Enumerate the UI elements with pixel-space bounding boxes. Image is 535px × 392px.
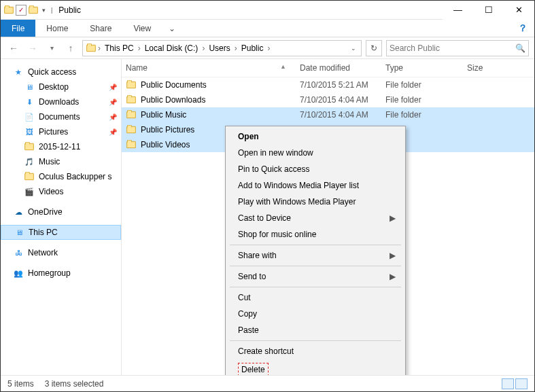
crumb-disk[interactable]: Local Disk (C:): [142, 43, 201, 53]
path-folder-icon: [86, 43, 97, 54]
column-date[interactable]: Date modified: [300, 63, 385, 73]
file-row[interactable]: Public Downloads7/10/2015 4:04 AMFile fo…: [122, 92, 534, 107]
tab-home[interactable]: Home: [35, 20, 79, 37]
details-view-button[interactable]: [502, 378, 514, 389]
menu-item-copy[interactable]: Copy: [227, 306, 404, 322]
menu-item-label: Add to Windows Media Player list: [238, 181, 359, 190]
sidebar-label: Quick access: [28, 67, 76, 77]
sidebar-this-pc[interactable]: 🖥This PC: [1, 225, 121, 240]
videos-icon: 🎬: [24, 186, 35, 197]
sidebar-pictures[interactable]: 🖼Pictures📌: [1, 124, 121, 139]
pin-icon: 📌: [109, 128, 117, 136]
tab-view[interactable]: View: [122, 20, 162, 37]
qat-newfolder-icon[interactable]: [28, 5, 39, 16]
help-icon[interactable]: ？: [518, 22, 534, 35]
path-dropdown-icon[interactable]: ⌄: [349, 45, 358, 52]
pictures-icon: 🖼: [24, 126, 35, 137]
folder-icon: [126, 94, 137, 105]
menu-item-shop-for-music-online[interactable]: Shop for music online: [227, 226, 404, 243]
sidebar-homegroup[interactable]: 👥Homegroup: [1, 266, 121, 281]
maximize-button[interactable]: ☐: [473, 1, 504, 20]
address-bar: ← → ▾ ↑ › This PC › Local Disk (C:) › Us…: [1, 37, 534, 59]
chevron-right-icon[interactable]: ›: [235, 43, 237, 53]
menu-item-send-to[interactable]: Send to▶: [227, 268, 404, 285]
menu-item-add-to-windows-media-player-list[interactable]: Add to Windows Media Player list: [227, 177, 404, 194]
file-row[interactable]: Public Music7/10/2015 4:04 AMFile folder: [122, 107, 534, 122]
chevron-right-icon[interactable]: ›: [138, 43, 141, 53]
icons-view-button[interactable]: [515, 378, 528, 389]
crumb-thispc[interactable]: This PC: [102, 43, 137, 53]
file-date: 7/10/2015 5:21 AM: [300, 80, 385, 90]
ribbon-tabs: File Home Share View ⌄ ？: [1, 20, 534, 37]
sidebar-label: Homegroup: [28, 268, 71, 278]
minimize-button[interactable]: —: [443, 1, 473, 20]
menu-item-share-with[interactable]: Share with▶: [227, 247, 404, 264]
forward-button[interactable]: →: [25, 41, 40, 56]
menu-item-paste[interactable]: Paste: [227, 322, 404, 338]
menu-item-pin-to-quick-access[interactable]: Pin to Quick access: [227, 161, 404, 177]
close-button[interactable]: ✕: [504, 1, 534, 20]
menu-item-label: Paste: [238, 325, 259, 335]
menu-item-create-shortcut[interactable]: Create shortcut: [227, 343, 404, 359]
homegroup-icon: 👥: [13, 268, 24, 279]
ribbon-expand-icon[interactable]: ⌄: [162, 24, 182, 33]
menu-separator: [230, 340, 401, 341]
sidebar-quick-access[interactable]: ★Quick access: [1, 65, 121, 79]
menu-item-label: Create shortcut: [238, 346, 294, 356]
sidebar-label: OneDrive: [28, 207, 63, 217]
chevron-right-icon[interactable]: ›: [202, 43, 205, 53]
refresh-button[interactable]: ↻: [366, 40, 382, 56]
sidebar-dated-folder[interactable]: 2015-12-11: [1, 139, 121, 154]
crumb-public[interactable]: Public: [239, 43, 266, 53]
crumb-users[interactable]: Users: [206, 43, 232, 53]
qat-properties-icon[interactable]: ✓: [16, 5, 27, 16]
sidebar-label: Downloads: [39, 97, 79, 107]
sidebar-music[interactable]: 🎵Music: [1, 154, 121, 169]
menu-item-play-with-windows-media-player[interactable]: Play with Windows Media Player: [227, 194, 404, 210]
column-type[interactable]: Type: [385, 63, 467, 73]
menu-item-label: Open in new window: [238, 148, 313, 158]
chevron-right-icon[interactable]: ›: [98, 43, 101, 53]
sidebar-documents[interactable]: 📄Documents📌: [1, 109, 121, 124]
pin-icon: 📌: [109, 99, 117, 106]
folder-icon: [126, 79, 137, 90]
qat-dropdown-icon[interactable]: ▾: [40, 7, 48, 14]
breadcrumb[interactable]: › This PC › Local Disk (C:) › Users › Pu…: [82, 40, 362, 56]
file-name: Public Music: [141, 110, 186, 120]
sidebar-videos[interactable]: 🎬Videos: [1, 184, 121, 199]
status-item-count: 5 items: [7, 379, 34, 389]
menu-item-label: Delete: [238, 363, 269, 376]
menu-item-label: Open: [238, 132, 259, 141]
menu-item-label: Send to: [238, 272, 266, 281]
sidebar-desktop[interactable]: 🖥Desktop📌: [1, 79, 121, 94]
desktop-icon: 🖥: [24, 82, 35, 92]
column-size[interactable]: Size: [467, 63, 534, 73]
up-button[interactable]: ↑: [63, 41, 78, 56]
navigation-pane: ★Quick access 🖥Desktop📌 ⬇Downloads📌 📄Doc…: [1, 59, 122, 375]
menu-item-open-in-new-window[interactable]: Open in new window: [227, 145, 404, 161]
menu-separator: [230, 245, 401, 245]
sidebar-network[interactable]: 🖧Network: [1, 245, 121, 260]
sidebar-onedrive[interactable]: ☁OneDrive: [1, 204, 121, 219]
sidebar-oculus[interactable]: Oculus Backupper s: [1, 169, 121, 184]
column-name[interactable]: Name▲: [126, 63, 300, 73]
menu-item-cast-to-device[interactable]: Cast to Device▶: [227, 210, 404, 226]
submenu-arrow-icon: ▶: [390, 213, 396, 223]
menu-item-open[interactable]: Open: [227, 128, 404, 145]
tab-share[interactable]: Share: [79, 20, 122, 37]
file-name: Public Videos: [141, 140, 190, 149]
folder-icon: [126, 139, 137, 150]
menu-item-cut[interactable]: Cut: [227, 289, 404, 306]
search-input[interactable]: Search Public 🔍: [386, 40, 529, 56]
menu-separator: [230, 266, 401, 266]
menu-item-label: Shop for music online: [238, 230, 316, 239]
recent-dropdown-icon[interactable]: ▾: [44, 41, 59, 56]
back-button[interactable]: ←: [6, 41, 21, 56]
file-row[interactable]: Public Documents7/10/2015 5:21 AMFile fo…: [122, 77, 534, 92]
file-tab[interactable]: File: [1, 20, 35, 37]
submenu-arrow-icon: ▶: [390, 251, 396, 260]
chevron-right-icon[interactable]: ›: [267, 43, 270, 53]
documents-icon: 📄: [24, 111, 35, 122]
sort-indicator-icon: ▲: [280, 63, 286, 73]
sidebar-downloads[interactable]: ⬇Downloads📌: [1, 94, 121, 109]
